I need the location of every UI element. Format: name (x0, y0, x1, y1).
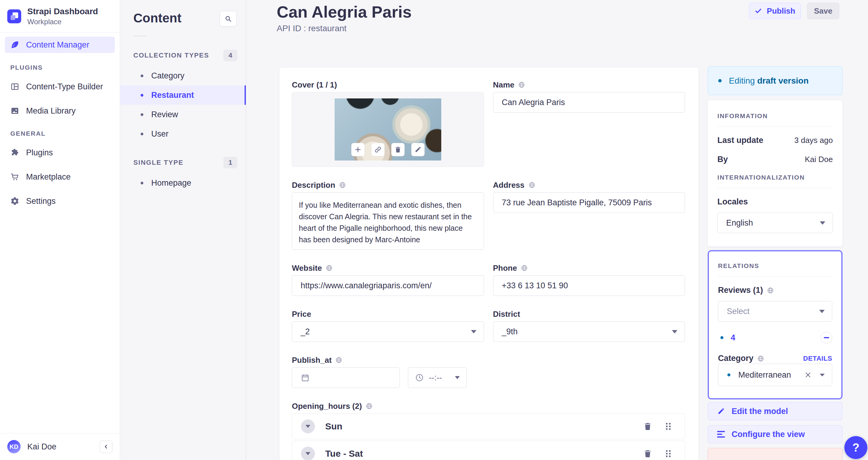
locale-select[interactable]: English (717, 212, 833, 233)
subnav-item-category[interactable]: Category (120, 66, 246, 86)
internationalization-title: INTERNATIONALIZATION (717, 174, 833, 181)
cover-image (335, 98, 441, 161)
configure-view-button[interactable]: Configure the view (708, 425, 842, 443)
label-text: Phone (493, 263, 517, 272)
layout-grid-icon (10, 82, 20, 91)
gear-icon (10, 197, 20, 206)
name-value: Can Alegria Paris (502, 98, 565, 107)
price-select[interactable]: _2 (292, 321, 484, 342)
time-picker-input[interactable]: --:-- (408, 367, 467, 388)
avatar: KD (7, 440, 21, 453)
edit-media-button[interactable] (411, 143, 425, 156)
website-value: https://www.canalegriaparis.com/en/ (301, 281, 432, 290)
sidebar-item-content-manager[interactable]: Content Manager (5, 37, 115, 53)
subnav-item-label: Homepage (151, 178, 191, 188)
single-type-count-badge: 1 (223, 157, 237, 168)
sidebar-item-marketplace[interactable]: Marketplace (5, 169, 115, 185)
label-text: Address (493, 180, 525, 190)
chevron-down-icon (672, 330, 677, 333)
subnav-item-homepage[interactable]: Homepage (120, 173, 246, 193)
category-label: Category (718, 354, 764, 363)
copy-link-button[interactable] (371, 143, 384, 156)
opening-hours-row-tue-sat: Tue - Sat (292, 440, 685, 460)
accordion-toggle-button[interactable] (301, 419, 315, 433)
collection-types-count-badge: 4 (223, 50, 237, 61)
website-input[interactable]: https://www.canalegriaparis.com/en/ (292, 275, 484, 296)
chevron-down-icon (455, 376, 460, 379)
district-select[interactable]: _9th (493, 321, 685, 342)
publish-button[interactable]: Publish (749, 3, 801, 19)
description-textarea[interactable]: If you like Mediterranean and exotic dis… (292, 192, 484, 250)
reviews-select[interactable]: Select (718, 301, 832, 322)
last-update-value: 3 days ago (794, 136, 833, 145)
sidebar-item-label: Content-Type Builder (26, 82, 103, 92)
shopping-cart-icon (10, 172, 20, 182)
divider (718, 276, 832, 276)
search-button[interactable] (220, 11, 237, 27)
label-text: Name (493, 80, 515, 89)
phone-input[interactable]: +33 6 13 10 51 90 (493, 275, 685, 296)
chevron-down-icon[interactable] (820, 374, 825, 376)
drag-handle-icon[interactable] (664, 422, 673, 431)
last-update-label: Last update (717, 136, 764, 145)
clear-x-icon[interactable] (804, 371, 812, 379)
trash-icon[interactable] (643, 449, 652, 458)
district-value: _9th (502, 327, 518, 336)
sidebar-item-settings[interactable]: Settings (5, 193, 115, 209)
category-value: Mediterranean (738, 370, 791, 380)
name-field-label: Name (493, 80, 685, 89)
sidebar-item-content-type-builder[interactable]: Content-Type Builder (5, 78, 115, 95)
collapse-sidebar-button[interactable] (100, 440, 113, 453)
list-bars-icon (717, 431, 725, 437)
main-content: Can Alegria Paris API ID : restaurant Pu… (246, 0, 868, 460)
editing-draft-banner: Editing draft version (708, 66, 842, 95)
label-text: Reviews (1) (718, 286, 763, 295)
sidebar-item-media-library[interactable]: Media Library (5, 103, 115, 119)
subnav-item-review[interactable]: Review (120, 105, 246, 124)
opening-hours-row-label: Sun (325, 421, 342, 431)
details-link[interactable]: DETAILS (803, 355, 832, 362)
subnav-title: Content (133, 11, 182, 26)
relation-link[interactable]: 4 (731, 333, 735, 342)
edit-model-label: Edit the model (732, 407, 788, 416)
delete-entry-button[interactable] (708, 448, 842, 460)
chevron-left-icon (103, 443, 109, 450)
sidebar-item-plugins[interactable]: Plugins (5, 144, 115, 161)
label-text: Website (292, 263, 322, 272)
subnav-item-user[interactable]: User (120, 124, 246, 143)
divider (717, 126, 833, 127)
drag-handle-icon[interactable] (664, 449, 673, 458)
trash-icon (394, 146, 402, 153)
remove-relation-button[interactable] (821, 332, 832, 343)
subnav-item-restaurant[interactable]: Restaurant (120, 86, 246, 105)
date-picker-input[interactable] (292, 367, 400, 388)
earth-icon (757, 355, 764, 362)
help-button[interactable]: ? (844, 436, 867, 459)
entry-form-card: Cover (1 / 1) Name (279, 68, 699, 460)
opening-hours-row-label: Tue - Sat (325, 449, 363, 459)
name-input[interactable]: Can Alegria Paris (493, 92, 685, 113)
save-button[interactable]: Save (807, 3, 839, 19)
description-value: If you like Mediterranean and exotic dis… (299, 201, 472, 244)
category-select[interactable]: Mediterranean (718, 364, 832, 386)
sidebar-item-label: Media Library (26, 106, 76, 116)
add-media-button[interactable] (351, 143, 365, 156)
brand: Strapi Dashboard Workplace (0, 0, 120, 32)
delete-media-button[interactable] (391, 143, 405, 156)
draft-prefix: Editing (729, 76, 757, 86)
picture-icon (10, 106, 20, 116)
cover-field (292, 92, 484, 167)
label-text: Description (292, 180, 335, 190)
relations-highlight-outline: RELATIONS Reviews (1) Select 4 Category (708, 250, 842, 399)
trash-icon[interactable] (643, 422, 652, 431)
information-card: INFORMATION Last update 3 days ago By Ka… (708, 100, 842, 247)
edit-model-button[interactable]: Edit the model (708, 402, 842, 420)
sidebar-item-label: Plugins (26, 148, 53, 158)
address-input[interactable]: 73 rue Jean Baptiste Pigalle, 75009 Pari… (493, 192, 685, 213)
divider (133, 36, 147, 36)
check-icon (755, 7, 762, 14)
sidebar-item-label: Settings (26, 197, 56, 206)
subnav-item-label: Category (151, 71, 185, 80)
accordion-toggle-button[interactable] (301, 447, 315, 460)
by-value: Kai Doe (805, 155, 833, 164)
